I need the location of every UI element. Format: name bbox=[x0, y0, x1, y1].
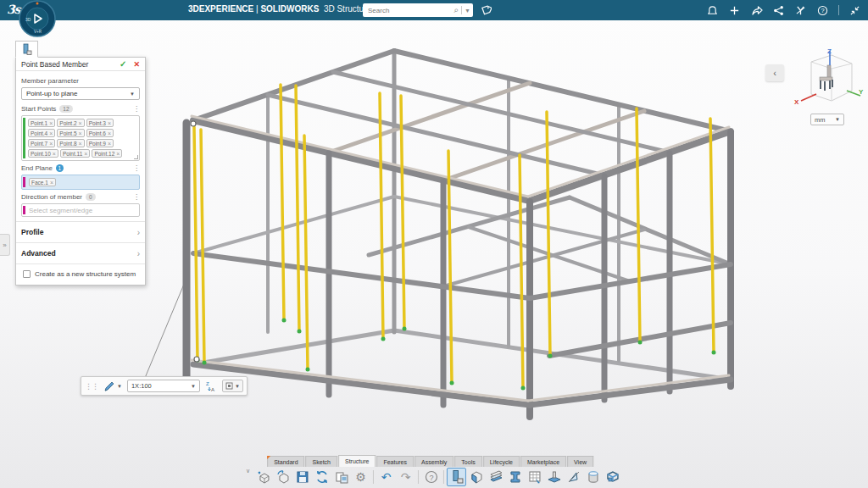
tab-structure[interactable]: Structure bbox=[338, 455, 376, 467]
selection-chip[interactable]: Point.3× bbox=[86, 119, 114, 127]
remove-chip-icon[interactable]: × bbox=[79, 120, 82, 126]
preview-member[interactable] bbox=[194, 127, 198, 360]
preview-member[interactable] bbox=[380, 93, 383, 339]
preview-member[interactable] bbox=[547, 112, 550, 356]
selection-chip[interactable]: Point.1× bbox=[28, 119, 55, 127]
anchor-point-selector[interactable]: ▼ bbox=[222, 380, 243, 392]
settings-button[interactable]: ⚙ bbox=[351, 468, 370, 486]
tab-sketch[interactable]: Sketch bbox=[306, 456, 337, 467]
end-plane-menu-icon[interactable]: ⋮ bbox=[133, 164, 140, 172]
remove-chip-icon[interactable]: × bbox=[116, 151, 120, 157]
remove-chip-icon[interactable]: × bbox=[108, 130, 111, 136]
remove-chip-icon[interactable]: × bbox=[108, 120, 111, 126]
add-icon[interactable] bbox=[728, 4, 741, 17]
preview-member[interactable] bbox=[201, 130, 204, 363]
stiffener-button[interactable] bbox=[486, 468, 505, 486]
collapse-right-button[interactable]: ‹ bbox=[765, 64, 784, 81]
open-button[interactable] bbox=[273, 468, 292, 486]
profile-section[interactable]: Profile› bbox=[21, 225, 140, 239]
advanced-section[interactable]: Advanced› bbox=[21, 247, 140, 260]
tab-tools[interactable]: Tools bbox=[454, 456, 481, 467]
selection-chip[interactable]: Point.4× bbox=[28, 129, 55, 137]
tab-lifecycle[interactable]: Lifecycle bbox=[483, 456, 520, 467]
profile-button[interactable] bbox=[505, 468, 525, 486]
preview-member[interactable] bbox=[296, 86, 299, 331]
structure-frame[interactable] bbox=[186, 51, 731, 417]
tab-view[interactable]: View bbox=[567, 456, 593, 467]
selection-chip[interactable]: Point.6× bbox=[86, 129, 114, 137]
remove-chip-icon[interactable]: × bbox=[108, 141, 111, 147]
remove-chip-icon[interactable]: × bbox=[50, 180, 53, 186]
base-plate-button[interactable] bbox=[544, 468, 564, 486]
corner-member-button[interactable] bbox=[466, 468, 486, 486]
structure-frame-button[interactable] bbox=[603, 468, 622, 486]
trim-button[interactable] bbox=[564, 468, 583, 486]
properties-button[interactable] bbox=[331, 468, 351, 486]
direction-menu-icon[interactable]: ⋮ bbox=[133, 193, 140, 201]
resize-grip[interactable] bbox=[134, 155, 138, 159]
start-points-menu-icon[interactable]: ⋮ bbox=[133, 105, 140, 113]
selection-chip[interactable]: Point.5× bbox=[57, 129, 84, 137]
selection-chip[interactable]: Point.10× bbox=[28, 149, 58, 158]
preview-member[interactable] bbox=[401, 96, 404, 329]
preview-member[interactable] bbox=[281, 85, 284, 320]
panel-expander[interactable]: » bbox=[0, 234, 10, 256]
search-icon[interactable]: ⌕ bbox=[453, 6, 459, 14]
tag-icon[interactable] bbox=[479, 3, 492, 17]
remove-chip-icon[interactable]: × bbox=[49, 130, 53, 136]
cut-list-button[interactable] bbox=[525, 468, 544, 486]
remove-chip-icon[interactable]: × bbox=[79, 130, 82, 136]
tab-standard[interactable]: Standard bbox=[267, 456, 304, 467]
selection-chip[interactable]: Point.8× bbox=[57, 139, 84, 147]
help-icon[interactable]: ? bbox=[816, 4, 829, 17]
remove-chip-icon[interactable]: × bbox=[49, 141, 53, 147]
collapse-icon[interactable] bbox=[849, 4, 861, 17]
tab-features[interactable]: Features bbox=[376, 456, 414, 467]
save-button[interactable] bbox=[292, 468, 312, 486]
member-parameter-select[interactable]: Point-up to plane ▼ bbox=[21, 87, 140, 100]
tool-tab[interactable] bbox=[15, 41, 38, 58]
start-points-box[interactable]: Point.1×Point.2×Point.3×Point.4×Point.5×… bbox=[21, 115, 140, 161]
3dexperience-compass-icon[interactable]: 3D V+R bbox=[19, 0, 56, 37]
preview-member[interactable] bbox=[710, 119, 714, 352]
collaborate-icon[interactable] bbox=[772, 4, 785, 17]
units-select[interactable]: mm ▼ bbox=[810, 114, 844, 125]
point-based-member-button[interactable] bbox=[447, 468, 466, 486]
selection-chip[interactable]: Point.9× bbox=[86, 139, 114, 147]
remove-chip-icon[interactable]: × bbox=[53, 151, 56, 157]
new-button[interactable] bbox=[253, 468, 273, 486]
preview-member[interactable] bbox=[448, 151, 452, 383]
edit-profile-button[interactable]: ▼ bbox=[102, 380, 124, 393]
new-structure-system-checkbox[interactable] bbox=[23, 270, 31, 278]
selection-chip[interactable]: Face.1× bbox=[29, 178, 56, 186]
selection-chip[interactable]: Point.2× bbox=[57, 119, 84, 127]
flip-direction-button[interactable]: Z A bbox=[203, 380, 219, 393]
help-button[interactable]: ? bbox=[421, 468, 441, 486]
remove-chip-icon[interactable]: × bbox=[49, 120, 53, 126]
ok-button[interactable]: ✓ bbox=[120, 59, 126, 69]
search-box[interactable]: ⌕ ▼ bbox=[363, 3, 473, 17]
notifications-icon[interactable] bbox=[706, 4, 719, 17]
selection-chip[interactable]: Point.11× bbox=[60, 149, 90, 158]
selection-chip[interactable]: Point.12× bbox=[92, 149, 122, 158]
toolbar-collapse-icon[interactable]: ∨ bbox=[246, 468, 250, 474]
search-options-chevron-icon[interactable]: ▼ bbox=[465, 8, 470, 14]
redo-button[interactable]: ↷ bbox=[396, 468, 415, 486]
selection-chip[interactable]: Point.7× bbox=[28, 139, 55, 147]
profile-size-combo[interactable]: 1X:100 ▼ bbox=[127, 380, 200, 392]
view-cube[interactable]: Z X Y bbox=[791, 47, 864, 111]
share-icon[interactable] bbox=[750, 4, 763, 17]
end-plane-field[interactable]: Face.1× bbox=[21, 175, 140, 190]
preview-member[interactable] bbox=[520, 155, 523, 388]
tab-marketplace[interactable]: Marketplace bbox=[520, 456, 566, 467]
preview-member[interactable] bbox=[304, 136, 308, 369]
undo-button[interactable]: ↶ bbox=[376, 468, 396, 486]
close-button[interactable]: ✕ bbox=[133, 60, 140, 69]
remove-chip-icon[interactable]: × bbox=[84, 151, 87, 157]
drag-handle[interactable]: ⋮⋮ bbox=[85, 382, 98, 391]
direction-input[interactable]: Select segment/edge bbox=[21, 203, 140, 217]
cylinder-button[interactable] bbox=[583, 468, 603, 486]
remove-chip-icon[interactable]: × bbox=[79, 141, 82, 147]
tab-assembly[interactable]: Assembly bbox=[415, 456, 453, 467]
sync-button[interactable] bbox=[312, 468, 331, 486]
